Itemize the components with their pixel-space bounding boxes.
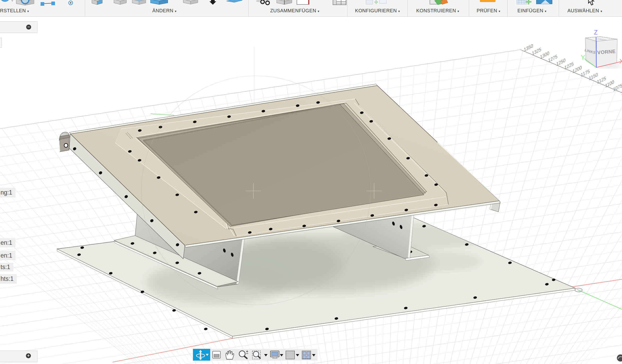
svg-text:Y: Y (581, 54, 585, 61)
svg-text:1150: 1150 (589, 72, 598, 81)
svg-text:1125: 1125 (597, 75, 606, 85)
svg-text:1175: 1175 (581, 68, 590, 78)
svg-text:X: X (619, 58, 622, 65)
svg-text:Z: Z (594, 29, 598, 36)
